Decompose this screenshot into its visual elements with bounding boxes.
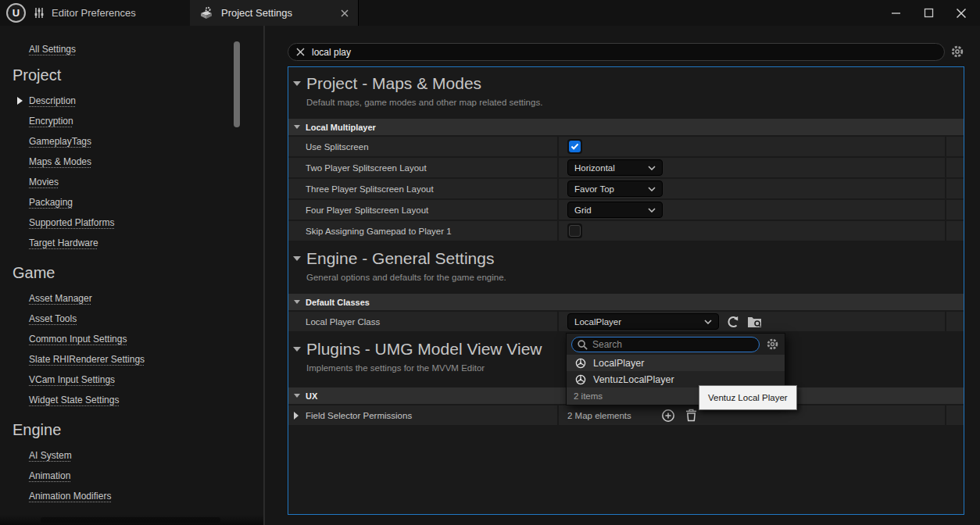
sidebar-item-animation[interactable]: Animation [0,466,263,486]
sidebar-item-supported-platforms[interactable]: Supported Platforms [0,212,263,233]
sidebar-item-common-input-settings[interactable]: Common Input Settings [0,329,263,349]
property-label: Four Player Splitscreen Layout [288,200,557,220]
row-two-player-layout: Two Player Splitscreen Layout Horizontal [288,158,964,179]
class-wheel-icon [575,358,586,369]
sidebar-item-asset-tools[interactable]: Asset Tools [0,309,263,329]
section-subtitle: General options and defaults for the gam… [306,273,964,282]
row-field-selector-permissions: Field Selector Permissions 2 Map element… [288,405,964,427]
collapse-arrow-icon[interactable] [293,347,301,352]
section-header-engine-general: Engine - General Settings General option… [288,242,964,294]
sidebar-item-packaging[interactable]: Packaging [0,192,263,212]
row-three-player-layout: Three Player Splitscreen Layout Favor To… [288,179,964,200]
row-reset-column [945,179,964,198]
add-element-icon[interactable] [661,409,675,423]
tab-close-icon[interactable] [341,9,349,17]
unreal-logo-icon: U [6,3,26,23]
sidebar-bottom-fade [0,515,263,525]
collapse-arrow-icon[interactable] [293,81,301,86]
row-four-player-layout: Four Player Splitscreen Layout Grid [288,200,964,221]
tab-label: Editor Preferences [52,7,136,19]
sidebar-item-widget-state-settings[interactable]: Widget State Settings [0,390,263,410]
window-controls [872,0,980,26]
property-label: Local Player Class [288,312,557,331]
three-player-layout-dropdown[interactable]: Favor Top [567,180,663,197]
sidebar-item-vcam-input-settings[interactable]: VCam Input Settings [0,370,263,390]
property-label: Three Player Splitscreen Layout [288,179,557,198]
property-label: Two Player Splitscreen Layout [288,158,557,177]
package-gear-icon [199,6,213,20]
settings-gear-icon[interactable] [766,338,779,351]
titlebar: U Editor Preferences [0,0,980,26]
section-title: Project - Maps & Modes [306,74,481,93]
row-reset-column [945,405,964,425]
collapse-arrow-icon[interactable] [293,256,301,261]
sidebar-section-project: Project [13,66,263,84]
tab-label: Project Settings [221,7,292,19]
chevron-down-icon [648,166,656,170]
row-local-player-class: Local Player Class LocalPlayer [288,312,964,333]
project-settings-window: U Editor Preferences [0,0,980,525]
search-input[interactable]: local play [288,43,945,61]
row-skip-assigning-gamepad: Skip Assigning Gamepad to Player 1 [288,221,964,242]
collapse-arrow-icon [294,300,300,304]
sidebar-scrollbar[interactable] [234,41,240,127]
expand-arrow-icon [17,97,23,105]
row-reset-column [945,312,964,331]
search-value: local play [312,47,351,58]
category-label: Default Classes [306,298,370,307]
two-player-layout-dropdown[interactable]: Horizontal [567,159,663,176]
sidebar-item-movies[interactable]: Movies [0,172,263,192]
sidebar-item-gameplaytags[interactable]: GameplayTags [0,131,263,152]
chevron-down-icon [704,320,712,324]
settings-main: local play Project - Maps & Modes Defaul… [265,26,980,525]
clear-search-icon[interactable] [296,48,305,56]
delete-elements-icon[interactable] [685,409,697,422]
window-close-icon[interactable] [952,4,971,23]
property-label: Use Splitscreen [288,137,557,156]
class-search-input[interactable] [571,337,760,352]
use-splitscreen-checkbox[interactable] [567,139,582,154]
sidebar-item-animation-modifiers[interactable]: Animation Modifiers [0,486,263,506]
property-label: Skip Assigning Gamepad to Player 1 [288,221,557,241]
sidebar-section-engine: Engine [13,421,263,439]
row-reset-column [945,200,964,220]
sidebar-item-description[interactable]: Description [0,91,263,111]
chevron-down-icon [648,208,656,212]
tab-project-settings[interactable]: Project Settings [190,0,359,26]
category-default-classes[interactable]: Default Classes [288,294,964,310]
collapse-arrow-icon [294,125,300,129]
category-label: Local Multiplayer [306,123,376,132]
property-label: Field Selector Permissions [306,411,412,420]
tab-editor-preferences[interactable]: Editor Preferences [34,0,136,26]
check-icon [570,143,579,150]
row-reset-column [945,221,964,241]
browse-to-asset-icon[interactable] [747,315,762,328]
row-reset-column [945,137,964,156]
sidebar-item-all-settings[interactable]: All Settings [29,44,76,55]
use-selected-asset-icon[interactable] [726,315,740,329]
window-minimize-icon[interactable] [886,4,905,23]
local-player-class-dropdown[interactable]: LocalPlayer [567,313,719,330]
section-title: Engine - General Settings [306,249,494,268]
sidebar-item-maps-modes[interactable]: Maps & Modes [0,152,263,172]
skip-gamepad-checkbox[interactable] [567,223,582,238]
sidebar-item-encryption[interactable]: Encryption [0,111,263,131]
class-option-localplayer[interactable]: LocalPlayer [567,355,785,371]
sidebar-item-ai-system[interactable]: AI System [0,445,263,466]
section-title: Plugins - UMG Model View View [306,340,542,359]
collapse-arrow-icon [294,394,300,398]
window-maximize-icon[interactable] [919,4,938,23]
sidebar-item-asset-manager[interactable]: Asset Manager [0,288,263,309]
sliders-icon [34,7,44,19]
expand-arrow-icon[interactable] [294,412,299,420]
sidebar-item-slate-rhirenderer-settings[interactable]: Slate RHIRenderer Settings [0,349,263,370]
sidebar-item-target-hardware[interactable]: Target Hardware [0,233,263,253]
class-wheel-icon [575,374,586,385]
settings-panel: Project - Maps & Modes Default maps, gam… [288,66,964,515]
search-magnifier-icon [577,339,588,351]
chevron-down-icon [648,187,656,191]
four-player-layout-dropdown[interactable]: Grid [567,202,663,218]
settings-sidebar: All Settings Project Description Encrypt… [0,26,263,525]
category-local-multiplayer[interactable]: Local Multiplayer [288,119,964,135]
settings-gear-icon[interactable] [950,45,964,59]
